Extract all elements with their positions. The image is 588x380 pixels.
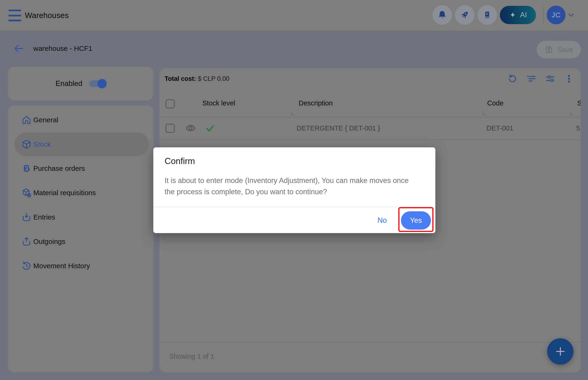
dialog-footer-divider (153, 207, 435, 207)
app-screen: Warehouses (0, 0, 588, 380)
dialog-title: Confirm (164, 156, 195, 166)
confirm-dialog: Confirm It is about to enter mode (Inven… (153, 147, 435, 233)
no-button[interactable]: No (374, 216, 391, 225)
dialog-message: It is about to enter mode (Inventory Adj… (164, 175, 427, 197)
dialog-message-line: the process is complete, Do you want to … (164, 186, 427, 197)
annotation-highlight-box (398, 207, 433, 232)
dialog-message-line: It is about to enter mode (Inventory Adj… (164, 175, 427, 186)
